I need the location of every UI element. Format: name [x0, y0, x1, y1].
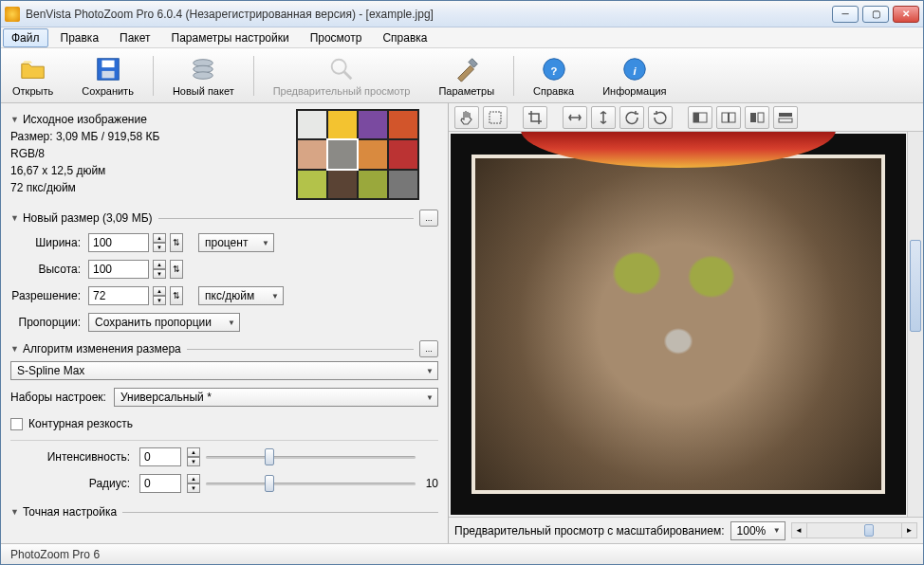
vertical-scrollbar[interactable]	[907, 132, 923, 517]
preview-footer: Предварительный просмотр с масштабирован…	[449, 517, 923, 543]
horizontal-scrollbar[interactable]: ◄ ►	[791, 522, 917, 538]
rotate-ccw-button[interactable]	[619, 106, 644, 129]
new-batch-button[interactable]: Новый пакет	[169, 53, 238, 99]
toolbar-separator	[253, 56, 254, 96]
navigator-thumbnail[interactable]	[296, 109, 419, 200]
svg-rect-17	[750, 113, 756, 122]
save-button[interactable]: Сохранить	[78, 53, 138, 99]
resolution-link-button[interactable]: ⇅	[170, 286, 183, 305]
menu-view[interactable]: Просмотр	[302, 28, 371, 47]
height-link-button[interactable]: ⇅	[170, 260, 183, 279]
svg-text:?: ?	[550, 64, 557, 76]
algorithm-more-button[interactable]: ...	[419, 340, 438, 357]
resolution-unit-combo[interactable]: пкс/дюйм	[198, 286, 284, 305]
split-left-button[interactable]	[688, 106, 712, 129]
unsharp-checkbox[interactable]	[10, 418, 23, 430]
newsize-header[interactable]: Новый размер (3,09 МБ)	[23, 211, 153, 225]
close-button[interactable]: ✕	[893, 6, 919, 23]
method-combo[interactable]: S-Spline Max	[10, 361, 438, 380]
resolution-spinner[interactable]: ▲▼	[153, 286, 166, 305]
floppy-icon	[93, 55, 123, 83]
info-icon: i	[619, 55, 650, 83]
svg-rect-18	[758, 113, 764, 122]
app-window: BenVista PhotoZoom Pro 6.0.4 (Незарегист…	[0, 0, 924, 565]
preview-zoom-label: Предварительный просмотр с масштабирован…	[454, 524, 725, 538]
svg-rect-2	[102, 70, 114, 78]
height-spinner[interactable]: ▲▼	[153, 260, 166, 279]
maximize-button[interactable]: ▢	[862, 6, 889, 23]
info-label: Информация	[602, 85, 666, 97]
batch-icon	[188, 55, 218, 83]
zoom-combo[interactable]: 100%	[730, 521, 785, 540]
params-button[interactable]: Параметры	[434, 53, 498, 99]
open-button[interactable]: Открыть	[9, 53, 57, 99]
new-batch-label: Новый пакет	[173, 85, 234, 97]
toolbar-separator	[513, 56, 514, 96]
titlebar: BenVista PhotoZoom Pro 6.0.4 (Незарегист…	[1, 1, 923, 27]
main-toolbar: Открыть Сохранить Новый пакет Предварите…	[1, 48, 923, 103]
preview-viewport[interactable]	[449, 132, 923, 517]
preset-combo[interactable]: Универсальный *	[114, 388, 438, 407]
radius-input[interactable]	[139, 474, 181, 493]
size-unit-combo[interactable]: процент	[198, 233, 274, 252]
split-center-button[interactable]	[716, 106, 741, 129]
intensity-label: Интенсивность:	[10, 450, 134, 464]
marquee-tool-button[interactable]	[483, 106, 508, 129]
preview-panel: Предварительный просмотр с масштабирован…	[449, 103, 923, 543]
flip-v-button[interactable]	[591, 106, 616, 129]
save-label: Сохранить	[82, 85, 134, 97]
split-vertical-button[interactable]	[745, 106, 769, 129]
menu-help[interactable]: Справка	[374, 28, 435, 47]
radius-label: Радиус:	[10, 477, 134, 490]
svg-rect-1	[102, 60, 114, 67]
proportions-label: Пропорции:	[10, 316, 84, 329]
preview-button[interactable]: Предварительный просмотр	[269, 53, 415, 99]
width-input[interactable]	[88, 233, 149, 252]
menu-edit[interactable]: Правка	[52, 28, 108, 47]
menu-batch[interactable]: Пакет	[111, 28, 158, 47]
algorithm-header[interactable]: Алгоритм изменения размера	[23, 342, 181, 355]
intensity-spinner[interactable]: ▲▼	[187, 447, 200, 466]
info-button[interactable]: i Информация	[599, 53, 670, 99]
resolution-label: Разрешение:	[10, 289, 84, 302]
height-input[interactable]	[88, 260, 149, 279]
rotate-cw-button[interactable]	[648, 106, 673, 129]
statusbar: PhotoZoom Pro 6	[1, 543, 923, 564]
preset-label: Наборы настроек:	[10, 391, 110, 404]
svg-point-5	[194, 71, 213, 79]
radius-max: 10	[421, 477, 438, 490]
menu-file[interactable]: Файл	[3, 28, 48, 47]
help-button[interactable]: ? Справка	[529, 53, 578, 99]
radius-spinner[interactable]: ▲▼	[187, 474, 200, 493]
newsize-more-button[interactable]: ...	[419, 210, 438, 227]
intensity-input[interactable]	[139, 447, 181, 466]
hand-tool-button[interactable]	[454, 106, 479, 129]
resolution-input[interactable]	[88, 286, 149, 305]
settings-panel: Исходное изображение Размер: 3,09 МБ / 9…	[1, 103, 449, 543]
proportions-combo[interactable]: Сохранить пропорции	[88, 313, 240, 332]
svg-rect-20	[779, 118, 792, 122]
help-icon: ?	[539, 55, 569, 83]
width-label: Ширина:	[10, 236, 84, 249]
tools-icon	[452, 55, 482, 83]
fine-tune-header[interactable]: Точная настройка	[23, 505, 117, 519]
svg-line-7	[344, 71, 352, 79]
open-label: Открыть	[12, 85, 53, 97]
split-horizontal-button[interactable]	[773, 106, 798, 129]
crop-button[interactable]	[523, 106, 547, 129]
flip-h-button[interactable]	[563, 106, 587, 129]
magnifier-icon	[326, 55, 357, 83]
preview-toolbar	[449, 103, 923, 132]
menu-prefs[interactable]: Параметры настройки	[163, 28, 298, 47]
intensity-slider[interactable]	[206, 447, 416, 466]
preview-toolbar-label: Предварительный просмотр	[273, 85, 411, 97]
window-title: BenVista PhotoZoom Pro 6.0.4 (Незарегист…	[26, 8, 832, 21]
params-label: Параметры	[438, 85, 494, 97]
folder-open-icon	[18, 55, 48, 83]
minimize-button[interactable]: ─	[832, 6, 859, 23]
width-link-button[interactable]: ⇅	[170, 233, 183, 252]
preview-image	[451, 134, 906, 515]
width-spinner[interactable]: ▲▼	[153, 233, 166, 252]
radius-slider[interactable]	[206, 474, 416, 493]
svg-rect-12	[490, 112, 501, 123]
